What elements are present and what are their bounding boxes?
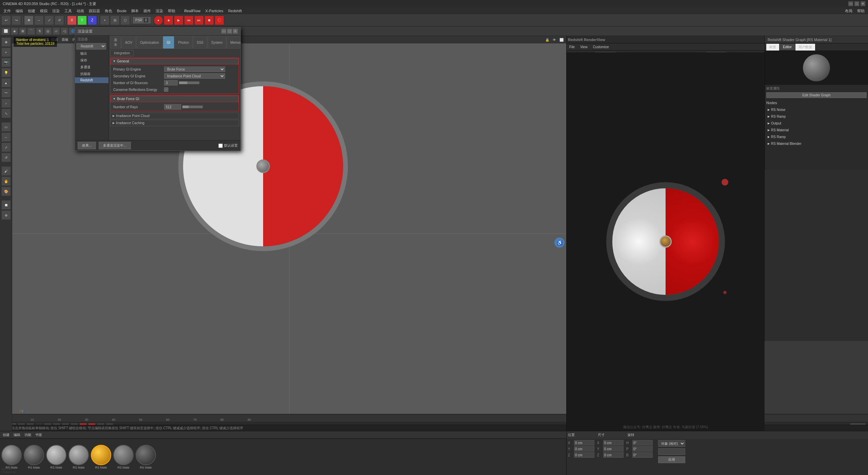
sidebar-btn-snap[interactable]: 🔲 — [1, 200, 11, 210]
mat-ball-3[interactable]: RS Mate — [46, 445, 66, 469]
move-button[interactable]: ↔ — [34, 16, 44, 25]
y-axis-button[interactable]: Y — [77, 16, 87, 25]
dlg-tab-optimization[interactable]: Optimization — [136, 36, 163, 49]
menu-realflow[interactable]: RealFlow — [182, 8, 202, 14]
mat-tb-function[interactable]: 功能 — [23, 432, 33, 438]
sidebar-btn-spline[interactable]: 〜 — [1, 88, 11, 98]
menu-file[interactable]: 文件 — [1, 8, 13, 14]
bend-btn[interactable]: ⌒ — [27, 27, 35, 35]
gi-general-header[interactable]: ▼ General — [111, 58, 239, 64]
undo-button[interactable]: ↩ — [1, 16, 11, 25]
edge-mode[interactable]: ⊟ — [110, 16, 120, 25]
redo-button[interactable]: ↪ — [12, 16, 21, 25]
node-output[interactable]: ▶ Output — [766, 120, 867, 127]
menu-tools[interactable]: 工具 — [62, 8, 74, 14]
dialog-minimize[interactable]: — — [221, 29, 226, 34]
menu-edit[interactable]: 编辑 — [14, 8, 25, 14]
menu-animation[interactable]: 动画 — [75, 8, 86, 14]
scale-button[interactable]: ⤢ — [44, 16, 54, 25]
menu-plugin[interactable]: 插件 — [141, 8, 153, 14]
node-rs-ramp-1[interactable]: ▶ RS Ramp — [766, 113, 867, 120]
dialog-nav-redshift[interactable]: Redshift — [75, 77, 108, 83]
secondary-gi-dropdown[interactable]: Irradiance Point Cloud — [164, 73, 225, 79]
menu-simulate[interactable]: 模拟 — [38, 8, 50, 14]
menu-help2[interactable]: 帮助 — [855, 8, 867, 14]
node-rs-material-blender[interactable]: ▶ RS Material Blender — [766, 140, 867, 147]
vp-btn-maximize[interactable]: ⬜ — [558, 37, 565, 42]
sidebar-btn-move[interactable]: ↔ — [1, 132, 11, 142]
dialog-defaults-check[interactable] — [218, 144, 223, 148]
gi-irrcache-header[interactable]: ▶ Irradiance Caching — [111, 120, 239, 126]
record-button[interactable]: ● — [154, 16, 163, 25]
point-mode[interactable]: • — [100, 16, 110, 25]
menu-help[interactable]: 帮助 — [166, 8, 177, 14]
shader-tab-editor[interactable]: Editor — [780, 44, 795, 50]
dialog-nav-save[interactable]: 保存 — [75, 57, 108, 64]
conserve-energy-checkbox[interactable]: ✓ — [164, 88, 168, 92]
num-rays-input[interactable] — [164, 104, 181, 110]
key-button[interactable]: ⭕ — [215, 16, 224, 25]
rv-menu-customize[interactable]: Customize — [592, 44, 610, 50]
next-key-button[interactable]: ⏭ — [194, 16, 204, 25]
apply-btn[interactable]: 应用 — [658, 456, 685, 463]
play-button[interactable]: ▶ — [174, 16, 183, 25]
dialog-close[interactable]: ✕ — [233, 29, 238, 34]
dialog-multipass-btn[interactable]: 多通道渲染中... — [99, 142, 131, 149]
sidebar-btn-paint[interactable]: 🖌 — [1, 166, 11, 176]
sidebar-btn-rotate[interactable]: ↺ — [1, 153, 11, 162]
menu-layout[interactable]: 布局 — [843, 8, 854, 14]
dlg-tab-basic[interactable]: 基本 — [110, 36, 121, 49]
subdiv-btn[interactable]: ◈ — [11, 27, 18, 35]
stop-button[interactable]: ■ — [164, 16, 173, 25]
dlg-tab-integration[interactable]: Integration — [110, 50, 134, 56]
menu-xparticles[interactable]: X-Particles — [203, 8, 225, 14]
dialog-nav-multichannel[interactable]: 多通道 — [75, 64, 108, 71]
dialog-nav-output[interactable]: 输出 — [75, 50, 108, 57]
rot-b-input[interactable] — [632, 452, 653, 458]
menu-character[interactable]: 角色 — [103, 8, 114, 14]
twist-btn[interactable]: ↯ — [36, 27, 43, 35]
mat-ball-5[interactable]: RS Mate — [91, 445, 111, 469]
lattice-btn[interactable]: ⊞ — [19, 27, 26, 35]
cube-btn[interactable]: ⬜ — [1, 27, 10, 35]
mat-ball-7[interactable]: RS Mate — [136, 445, 156, 469]
poly-mode[interactable]: ⬡ — [120, 16, 130, 25]
menu-redshift[interactable]: Redshift — [226, 8, 244, 14]
rv-menu-file[interactable]: File — [568, 44, 576, 50]
edit-shader-graph-btn[interactable]: Edit Shader Graph — [766, 92, 867, 98]
mat-tb-edit[interactable]: 编辑 — [12, 432, 22, 438]
mat-ball-2[interactable]: RS Mate — [24, 445, 44, 469]
shear-btn[interactable]: ▱ — [53, 27, 60, 35]
sidebar-btn-light[interactable]: 💡 — [1, 68, 11, 77]
mat-ball-1[interactable]: RS Mate — [1, 445, 22, 469]
dlg-tab-aov[interactable]: AOV — [121, 36, 136, 49]
gi-brute-header[interactable]: ▼ Brute Force GI — [111, 96, 239, 102]
rotate-button[interactable]: ↺ — [55, 16, 64, 25]
pos-z-input[interactable] — [574, 452, 594, 458]
inflate-btn[interactable]: ◎ — [44, 27, 52, 35]
rot-h-input[interactable] — [632, 440, 653, 445]
num-bounces-slider[interactable] — [179, 81, 199, 84]
menu-script[interactable]: 脚本 — [129, 8, 141, 14]
dialog-maximize[interactable]: □ — [227, 29, 232, 34]
sidebar-btn-geo[interactable]: ▲ — [1, 78, 11, 88]
sidebar-btn-2[interactable]: + — [1, 48, 11, 57]
object-name-input[interactable] — [658, 448, 685, 455]
dialog-nav-aa[interactable]: 抗锯齿 — [75, 71, 108, 77]
pos-x-input[interactable] — [574, 440, 594, 445]
mat-tb-bookmark[interactable]: 书签 — [34, 432, 43, 438]
mat-ball-6[interactable]: RS Mate — [113, 445, 134, 469]
sidebar-btn-sculpt[interactable]: 🖐 — [1, 176, 11, 186]
num-bounces-input[interactable] — [164, 80, 178, 86]
dialog-effects-btn[interactable]: 效果... — [78, 142, 96, 149]
dlg-tab-system[interactable]: System — [208, 36, 226, 49]
num-rays-slider[interactable] — [182, 106, 203, 108]
vp-btn-solo[interactable]: 👁 — [551, 37, 557, 42]
prev-key-button[interactable]: ⏮ — [184, 16, 194, 25]
dlg-tab-sss[interactable]: SSS — [193, 36, 207, 49]
auto-key-button[interactable]: ⏺ — [204, 16, 214, 25]
object-selector[interactable]: 对象 (相对) — [658, 440, 685, 447]
size-z-input[interactable] — [603, 452, 624, 458]
vp-menu-panel[interactable]: 面板 — [60, 37, 70, 43]
shader-tab-userdata[interactable]: 用户数据 — [795, 44, 815, 51]
